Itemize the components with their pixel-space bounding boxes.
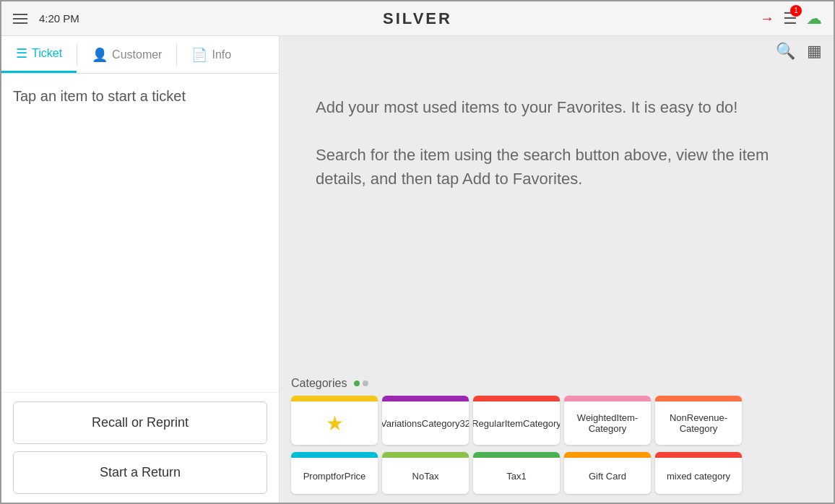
app-title-wrapper: SILVER	[383, 9, 452, 28]
current-time: 4:20 PM	[39, 12, 79, 25]
categories-header: Categories	[291, 377, 822, 390]
notification-button[interactable]: ☰ 1	[783, 9, 797, 28]
category-label-weighted: WeightedItem-Category	[564, 401, 651, 445]
category-card-tax1[interactable]: Tax1	[473, 452, 560, 494]
category-color-bar-notax	[382, 452, 469, 458]
category-card-giftcard[interactable]: Gift Card	[564, 452, 651, 494]
recall-reprint-button[interactable]: Recall or Reprint	[13, 401, 267, 444]
grid-view-button[interactable]: ▦	[807, 42, 822, 61]
category-color-bar-variations	[382, 396, 469, 401]
category-color-bar-giftcard	[564, 452, 651, 458]
category-card-notax[interactable]: NoTax	[382, 452, 469, 494]
category-label-variations: VariationsCategory32	[382, 401, 469, 445]
category-label-regular: RegularItemCategory	[473, 401, 560, 445]
info-icon: 📄	[191, 47, 207, 63]
favorites-message: Add your most used items to your Favorit…	[280, 66, 834, 370]
arrow-indicator: →	[760, 10, 774, 27]
customer-icon: 👤	[92, 47, 108, 63]
category-label-notax: NoTax	[382, 458, 469, 494]
category-color-bar-promptprice	[291, 452, 378, 458]
left-panel: ☰ Ticket 👤 Customer 📄 Info Tap an item t…	[1, 36, 280, 503]
empty-ticket-message: Tap an item to start a ticket	[13, 88, 267, 105]
category-card-mixed[interactable]: mixed category	[655, 452, 742, 494]
dot-indicator	[354, 381, 368, 386]
right-panel: 🔍 ▦ Add your most used items to your Fav…	[280, 36, 834, 503]
tab-customer-label: Customer	[112, 48, 162, 61]
category-card-promptprice[interactable]: PromptforPrice	[291, 452, 378, 494]
dot-active	[354, 381, 360, 386]
category-card-regular[interactable]: RegularItemCategory	[473, 396, 560, 445]
top-bar-left: 4:20 PM	[13, 12, 79, 25]
category-color-bar-weighted	[564, 396, 651, 401]
category-color-bar-tax1	[473, 452, 560, 458]
start-return-button[interactable]: Start a Return	[13, 451, 267, 494]
ticket-content: Tap an item to start a ticket	[1, 74, 279, 392]
top-bar: 4:20 PM SILVER → ☰ 1 ☁	[1, 1, 834, 36]
category-label-mixed: mixed category	[655, 458, 742, 494]
category-color-bar-favorites	[291, 396, 378, 401]
right-top-bar: 🔍 ▦	[280, 36, 834, 66]
tab-info[interactable]: 📄 Info	[177, 36, 246, 73]
main-layout: ☰ Ticket 👤 Customer 📄 Info Tap an item t…	[1, 36, 834, 503]
favorites-text: Add your most used items to your Favorit…	[316, 98, 769, 188]
category-label-nonrevenue: NonRevenue-Category	[655, 401, 742, 445]
app-title: SILVER	[383, 9, 452, 27]
category-label-favorites: ★	[291, 401, 378, 445]
category-label-giftcard: Gift Card	[564, 458, 651, 494]
categories-label: Categories	[291, 377, 347, 390]
search-button[interactable]: 🔍	[776, 42, 795, 61]
categories-row-1: ★ VariationsCategory32 RegularItemCatego…	[291, 396, 822, 452]
ticket-icon: ☰	[16, 45, 27, 61]
star-icon: ★	[326, 412, 344, 435]
tab-ticket-label: Ticket	[32, 47, 62, 60]
category-card-nonrevenue[interactable]: NonRevenue-Category	[655, 396, 742, 445]
tab-ticket[interactable]: ☰ Ticket	[1, 36, 77, 73]
tab-info-label: Info	[212, 48, 231, 61]
category-color-bar-regular	[473, 396, 560, 401]
category-color-bar-nonrevenue	[655, 396, 742, 401]
categories-row-2: PromptforPrice NoTax Tax1	[291, 452, 822, 503]
category-card-variations[interactable]: VariationsCategory32	[382, 396, 469, 445]
left-panel-bottom: Recall or Reprint Start a Return	[1, 392, 279, 503]
category-card-favorites[interactable]: ★	[291, 396, 378, 445]
top-bar-right: → ☰ 1 ☁	[760, 9, 822, 28]
cloud-icon[interactable]: ☁	[806, 9, 822, 28]
category-card-weighted[interactable]: WeightedItem-Category	[564, 396, 651, 445]
hamburger-menu[interactable]	[13, 14, 27, 24]
category-color-bar-mixed	[655, 452, 742, 458]
notification-badge: 1	[790, 5, 802, 17]
category-label-tax1: Tax1	[473, 458, 560, 494]
category-label-promptprice: PromptforPrice	[291, 458, 378, 494]
categories-section: Categories ★ V	[280, 370, 834, 503]
dot-inactive	[363, 381, 368, 386]
tabs-row: ☰ Ticket 👤 Customer 📄 Info	[1, 36, 279, 74]
tab-customer[interactable]: 👤 Customer	[77, 36, 176, 73]
